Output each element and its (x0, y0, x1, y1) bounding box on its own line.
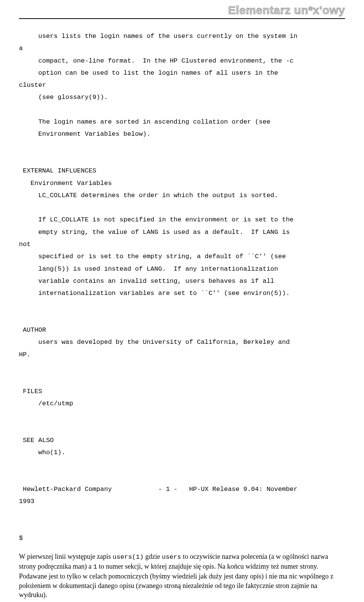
man-section-heading: EXTERNAL INFLUENCES (19, 167, 96, 174)
man-line: Environment Variables below). (19, 130, 151, 138)
explanatory-paragraph: W pierwszej linii występuje zapis users(… (19, 552, 345, 599)
man-section-heading: SEE ALSO (19, 437, 54, 444)
man-colophon: Hewlett-Packard Company - 1 - HP-UX Rele… (19, 486, 298, 493)
man-line: HP. (19, 351, 31, 358)
man-line: /etc/utmp (19, 400, 73, 407)
document-title: Elementarz un*x'owy (228, 4, 345, 17)
inline-code: users (162, 553, 181, 561)
man-line: lang(5)) is used instead of LANG. If any… (19, 265, 278, 273)
man-colophon-year: 1993 (19, 498, 35, 505)
man-line: (see glossary(9)). (19, 94, 108, 101)
man-line: a (19, 45, 23, 52)
man-line: empty string, the value of LANG is used … (19, 229, 290, 236)
man-line: If LC_COLLATE is not specified in the en… (19, 216, 293, 223)
man-subheading: Environment Variables (19, 180, 112, 187)
man-line: specified or is set to the empty string,… (19, 253, 286, 260)
man-line: The login names are sorted in ascending … (19, 118, 270, 125)
man-section-heading: AUTHOR (19, 326, 46, 334)
inline-code: 1 (93, 563, 97, 571)
man-line: LC_COLLATE determines the order in which… (19, 192, 278, 199)
page: Elementarz un*x'owy users lists the logi… (0, 0, 364, 602)
man-line: users lists the login names of the users… (19, 33, 298, 40)
man-line: variable contains an invalid setting, us… (19, 277, 274, 285)
body-text: W pierwszej linii występuje zapis (19, 553, 113, 560)
shell-prompt: $ (19, 535, 23, 542)
man-line: not (19, 241, 31, 248)
man-line: internationalization variables are set t… (19, 290, 290, 297)
man-line: users was developed by the University of… (19, 339, 290, 346)
man-line: compact, one-line format. In the HP Clus… (19, 57, 293, 64)
man-line: cluster (19, 82, 46, 89)
man-line: who(1). (19, 449, 65, 456)
manpage-block: users lists the login names of the users… (19, 30, 345, 544)
body-text: gdzie (144, 553, 162, 560)
inline-code: users(1) (113, 553, 144, 561)
man-section-heading: FILES (19, 388, 42, 395)
header-bar: Elementarz un*x'owy (19, 0, 345, 19)
man-line: option can be used to list the login nam… (19, 69, 278, 77)
